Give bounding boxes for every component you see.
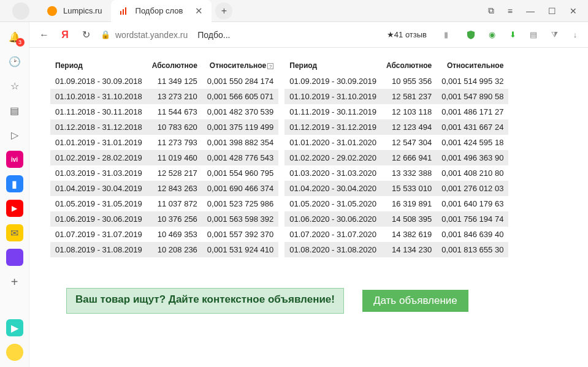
table-cell: 0,001 486 171 27 (437, 104, 508, 119)
tab-label: Подбор слов (136, 6, 183, 15)
table-cell: 01.12.2018 - 31.12.2018 (50, 119, 147, 135)
maximize-icon[interactable]: ☐ (548, 6, 556, 16)
play-icon[interactable]: ▷ (6, 126, 23, 143)
table-header-row: Период Абсолютное Относительное (284, 59, 508, 74)
table-cell: 0,001 375 119 499 (202, 119, 278, 135)
col-absolute: Абсолютное (381, 59, 437, 74)
table-cell: 0,001 514 995 32 (437, 74, 508, 89)
table-cell: 10 783 620 (147, 119, 202, 135)
favicon-bars-icon (120, 6, 129, 16)
add-shortcut-icon[interactable]: + (6, 273, 23, 290)
table-row: 01.02.2019 - 28.02.201911 019 4600,001 4… (50, 150, 278, 165)
notifications-icon[interactable]: 🔔3 (6, 28, 23, 45)
table-cell: 10 955 356 (381, 74, 437, 89)
table-cell: 10 469 353 (147, 227, 202, 242)
table-cell: 01.12.2019 - 31.12.2019 (284, 119, 381, 135)
table-cell: 0,001 566 605 071 (202, 89, 278, 104)
mail-icon[interactable]: ✉ (6, 224, 23, 241)
downloads-icon[interactable]: ↓ (570, 29, 581, 40)
url-bar[interactable]: 🔒 wordstat.yandex.ru Подбо... (101, 30, 230, 40)
col-period: Период (284, 59, 381, 74)
table-cell: 01.04.2019 - 30.04.2019 (50, 181, 147, 196)
table-row: 01.10.2019 - 31.10.201912 581 2370,001 5… (284, 89, 508, 104)
table-row: 01.03.2020 - 31.03.202013 332 3880,001 4… (284, 165, 508, 181)
ivi-icon[interactable]: ivi (6, 151, 23, 168)
docs-icon[interactable]: ▮ (6, 175, 23, 192)
table-cell: 01.10.2018 - 31.10.2018 (50, 89, 147, 104)
minimize-icon[interactable]: — (526, 6, 535, 16)
table-cell: 01.11.2018 - 30.11.2018 (50, 104, 147, 119)
shield-icon[interactable] (465, 29, 476, 40)
app-teal-icon[interactable]: ▶ (6, 319, 23, 336)
table-cell: 12 843 263 (147, 181, 202, 196)
table-cell: 13 332 388 (381, 165, 437, 181)
tab-wordstat[interactable]: Подбор слов ✕ (111, 0, 212, 22)
table-cell: 0,001 482 370 539 (202, 104, 278, 119)
scroll-area[interactable]: Период Абсолютное Относительное? 01.09.2… (29, 48, 588, 367)
yandex-icon[interactable]: Я (59, 29, 71, 40)
stats-table-right: Период Абсолютное Относительное 01.09.20… (284, 59, 508, 257)
tab-label: Lumpics.ru (63, 6, 102, 15)
table-row: 01.08.2019 - 31.08.201910 208 2360,001 5… (50, 242, 278, 257)
app-purple-icon[interactable] (6, 249, 23, 266)
close-window-icon[interactable]: ✕ (570, 6, 577, 16)
table-row: 01.07.2020 - 31.07.202014 382 6190,001 8… (284, 227, 508, 242)
table-row: 01.09.2019 - 30.09.201910 955 3560,001 5… (284, 74, 508, 89)
table-cell: 14 508 395 (381, 211, 437, 227)
download-arrow-icon[interactable]: ⬇ (507, 29, 518, 40)
help-icon[interactable]: ? (267, 63, 273, 69)
table-cell: 0,001 690 466 374 (202, 181, 278, 196)
table-cell: 15 533 010 (381, 181, 437, 196)
lock-icon: 🔒 (101, 30, 110, 39)
alice-icon[interactable] (6, 344, 23, 361)
table-cell: 0,001 428 776 543 (202, 150, 278, 165)
col-period: Период (50, 59, 147, 74)
new-tab-button[interactable]: + (215, 2, 232, 20)
table-cell: 01.02.2020 - 29.02.2020 (284, 150, 381, 165)
youtube-icon[interactable]: ▶ (6, 200, 23, 217)
table-row: 01.12.2018 - 31.12.201810 783 6200,001 3… (50, 119, 278, 135)
table-row: 01.07.2019 - 31.07.201910 469 3530,001 5… (50, 227, 278, 242)
bookmark-icon[interactable]: ▮ (444, 30, 448, 39)
table-cell: 12 547 304 (381, 135, 437, 150)
col-relative: Относительное (437, 59, 508, 74)
avatar[interactable] (12, 2, 29, 20)
back-icon[interactable]: ← (38, 29, 50, 40)
svg-rect-0 (120, 11, 121, 15)
table-cell: 0,001 557 392 370 (202, 227, 278, 242)
favicon-orange-icon (47, 6, 57, 16)
url-host: wordstat.yandex.ru (115, 30, 188, 40)
table-cell: 0,001 531 924 410 (202, 242, 278, 257)
table-cell: 11 037 872 (147, 196, 202, 211)
table-cell: 01.06.2020 - 30.06.2020 (284, 211, 381, 227)
table-cell: 0,001 523 725 986 (202, 196, 278, 211)
table-cell: 01.03.2019 - 31.03.2019 (50, 165, 147, 181)
tab-lumpics[interactable]: Lumpics.ru (39, 0, 111, 22)
table-row: 01.05.2019 - 31.05.201911 037 8720,001 5… (50, 196, 278, 211)
menu-icon[interactable]: ≡ (508, 6, 513, 16)
table-cell: 01.02.2019 - 28.02.2019 (50, 150, 147, 165)
table-row: 01.02.2020 - 29.02.202012 666 9410,001 4… (284, 150, 508, 165)
give-ad-button[interactable]: Дать объявление (362, 290, 468, 312)
table-cell: 0,001 550 284 174 (202, 74, 278, 89)
table-row: 01.01.2020 - 31.01.202012 547 3040,001 4… (284, 135, 508, 150)
extensions-icon[interactable]: ⧩ (549, 29, 560, 40)
svg-rect-1 (123, 9, 124, 15)
reviews-badge[interactable]: ★41 отзыв (387, 30, 427, 39)
table-cell: 01.10.2019 - 31.10.2019 (284, 89, 381, 104)
close-icon[interactable]: ✕ (195, 6, 203, 17)
notifications-badge: 3 (16, 38, 25, 47)
table-cell: 12 123 494 (381, 119, 437, 135)
table-cell: 0,001 431 667 24 (437, 119, 508, 135)
side-panel-icon[interactable]: ⧉ (488, 6, 494, 16)
table-cell: 0,001 398 882 354 (202, 135, 278, 150)
collections-icon[interactable]: ▤ (6, 102, 23, 119)
table-cell: 11 019 460 (147, 150, 202, 165)
banner-area: Ваш товар ищут? Дайте контекстное объявл… (29, 288, 588, 314)
favorites-icon[interactable]: ☆ (6, 77, 23, 94)
spiral-icon[interactable]: ◉ (486, 29, 497, 40)
table-cell: 01.09.2019 - 30.09.2019 (284, 74, 381, 89)
reload-icon[interactable]: ↻ (80, 29, 92, 40)
reader-icon[interactable]: ▤ (528, 29, 539, 40)
history-icon[interactable]: 🕑 (6, 53, 23, 70)
